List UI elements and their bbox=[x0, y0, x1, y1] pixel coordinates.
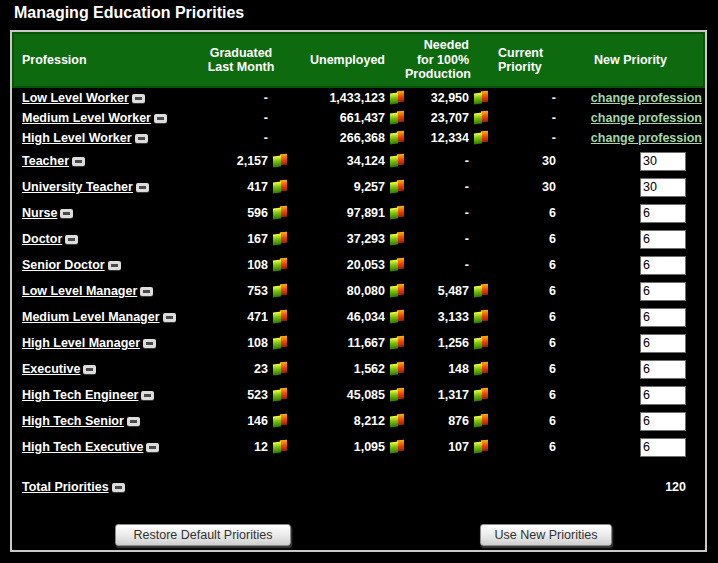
statistics-chart-icon[interactable] bbox=[390, 91, 404, 105]
profession-link[interactable]: Medium Level Manager bbox=[22, 310, 160, 324]
profession-link[interactable]: Executive bbox=[22, 362, 80, 376]
info-icon[interactable] bbox=[140, 287, 153, 296]
statistics-chart-icon[interactable] bbox=[273, 440, 287, 454]
statistics-chart-icon[interactable] bbox=[390, 414, 404, 428]
info-icon[interactable] bbox=[112, 483, 125, 492]
new-priority-input[interactable] bbox=[640, 230, 686, 249]
info-icon[interactable] bbox=[135, 134, 148, 143]
statistics-chart-icon[interactable] bbox=[390, 206, 404, 220]
current-priority-value: 30 bbox=[490, 154, 556, 168]
profession-link[interactable]: Teacher bbox=[22, 154, 69, 168]
profession-link[interactable]: Nurse bbox=[22, 206, 57, 220]
statistics-chart-icon[interactable] bbox=[390, 131, 404, 145]
statistics-chart-icon[interactable] bbox=[474, 440, 488, 454]
graduated-value: - bbox=[202, 131, 268, 145]
statistics-chart-icon[interactable] bbox=[273, 310, 287, 324]
statistics-chart-icon[interactable] bbox=[390, 336, 404, 350]
change-profession-link[interactable]: change profession bbox=[591, 131, 702, 145]
statistics-chart-icon[interactable] bbox=[273, 180, 287, 194]
profession-link[interactable]: Senior Doctor bbox=[22, 258, 105, 272]
new-priority-input[interactable] bbox=[640, 178, 686, 197]
table-row: High Level Worker-266,36812,334-change p… bbox=[12, 128, 705, 148]
info-icon[interactable] bbox=[72, 157, 85, 166]
header-graduated-last-month: Graduated Last Month bbox=[202, 46, 290, 75]
statistics-chart-icon[interactable] bbox=[273, 206, 287, 220]
change-profession-link[interactable]: change profession bbox=[591, 111, 702, 125]
statistics-chart-icon[interactable] bbox=[474, 414, 488, 428]
statistics-chart-icon[interactable] bbox=[273, 258, 287, 272]
new-priority-input[interactable] bbox=[640, 334, 686, 353]
statistics-chart-icon[interactable] bbox=[390, 440, 404, 454]
new-priority-input[interactable] bbox=[640, 412, 686, 431]
statistics-chart-icon[interactable] bbox=[390, 362, 404, 376]
unemployed-value: 8,212 bbox=[290, 414, 385, 428]
profession-link[interactable]: Low Level Manager bbox=[22, 284, 137, 298]
info-icon[interactable] bbox=[108, 261, 121, 270]
info-icon[interactable] bbox=[136, 183, 149, 192]
info-icon[interactable] bbox=[146, 443, 159, 452]
info-icon[interactable] bbox=[127, 417, 140, 426]
use-new-priorities-button[interactable]: Use New Priorities bbox=[480, 524, 612, 546]
new-priority-input[interactable] bbox=[640, 360, 686, 379]
info-icon[interactable] bbox=[83, 365, 96, 374]
restore-default-priorities-button[interactable]: Restore Default Priorities bbox=[115, 524, 291, 546]
profession-link[interactable]: High Level Manager bbox=[22, 336, 140, 350]
new-priority-input[interactable] bbox=[640, 256, 686, 275]
profession-link[interactable]: High Tech Engineer bbox=[22, 388, 138, 402]
statistics-chart-icon[interactable] bbox=[474, 388, 488, 402]
statistics-chart-icon[interactable] bbox=[474, 362, 488, 376]
info-icon[interactable] bbox=[141, 391, 154, 400]
statistics-chart-icon[interactable] bbox=[474, 91, 488, 105]
unemployed-value: 1,562 bbox=[290, 362, 385, 376]
statistics-chart-icon[interactable] bbox=[390, 388, 404, 402]
profession-link[interactable]: University Teacher bbox=[22, 180, 133, 194]
header-current-priority: Current Priority bbox=[490, 46, 556, 75]
needed-value: - bbox=[405, 180, 469, 194]
statistics-chart-icon[interactable] bbox=[273, 414, 287, 428]
statistics-chart-icon[interactable] bbox=[474, 111, 488, 125]
unemployed-value: 34,124 bbox=[290, 154, 385, 168]
needed-value: 3,133 bbox=[405, 310, 469, 324]
statistics-chart-icon[interactable] bbox=[273, 388, 287, 402]
new-priority-input[interactable] bbox=[640, 152, 686, 171]
statistics-chart-icon[interactable] bbox=[273, 362, 287, 376]
statistics-chart-icon[interactable] bbox=[474, 336, 488, 350]
statistics-chart-icon[interactable] bbox=[390, 258, 404, 272]
profession-link[interactable]: High Tech Senior bbox=[22, 414, 124, 428]
new-priority-input[interactable] bbox=[640, 204, 686, 223]
statistics-chart-icon[interactable] bbox=[273, 284, 287, 298]
info-icon[interactable] bbox=[163, 313, 176, 322]
unemployed-value: 45,085 bbox=[290, 388, 385, 402]
statistics-chart-icon[interactable] bbox=[273, 336, 287, 350]
current-priority-value: 6 bbox=[490, 284, 556, 298]
new-priority-input[interactable] bbox=[640, 386, 686, 405]
profession-link[interactable]: Medium Level Worker bbox=[22, 111, 151, 125]
statistics-chart-icon[interactable] bbox=[474, 310, 488, 324]
statistics-chart-icon[interactable] bbox=[390, 111, 404, 125]
statistics-chart-icon[interactable] bbox=[390, 232, 404, 246]
statistics-chart-icon[interactable] bbox=[390, 284, 404, 298]
info-icon[interactable] bbox=[60, 209, 73, 218]
change-profession-link[interactable]: change profession bbox=[591, 91, 702, 105]
info-icon[interactable] bbox=[154, 114, 167, 123]
table-row: University Teacher4179,257-30 bbox=[12, 174, 705, 200]
info-icon[interactable] bbox=[65, 235, 78, 244]
info-icon[interactable] bbox=[132, 94, 145, 103]
profession-link[interactable]: Doctor bbox=[22, 232, 62, 246]
statistics-chart-icon[interactable] bbox=[273, 154, 287, 168]
total-priorities-link[interactable]: Total Priorities bbox=[22, 480, 109, 494]
statistics-chart-icon[interactable] bbox=[390, 310, 404, 324]
current-priority-value: 6 bbox=[490, 336, 556, 350]
profession-link[interactable]: High Tech Executive bbox=[22, 440, 143, 454]
profession-link[interactable]: High Level Worker bbox=[22, 131, 132, 145]
statistics-chart-icon[interactable] bbox=[474, 284, 488, 298]
new-priority-input[interactable] bbox=[640, 308, 686, 327]
info-icon[interactable] bbox=[143, 339, 156, 348]
new-priority-input[interactable] bbox=[640, 438, 686, 457]
statistics-chart-icon[interactable] bbox=[390, 180, 404, 194]
new-priority-input[interactable] bbox=[640, 282, 686, 301]
statistics-chart-icon[interactable] bbox=[474, 131, 488, 145]
statistics-chart-icon[interactable] bbox=[273, 232, 287, 246]
statistics-chart-icon[interactable] bbox=[390, 154, 404, 168]
profession-link[interactable]: Low Level Worker bbox=[22, 91, 129, 105]
